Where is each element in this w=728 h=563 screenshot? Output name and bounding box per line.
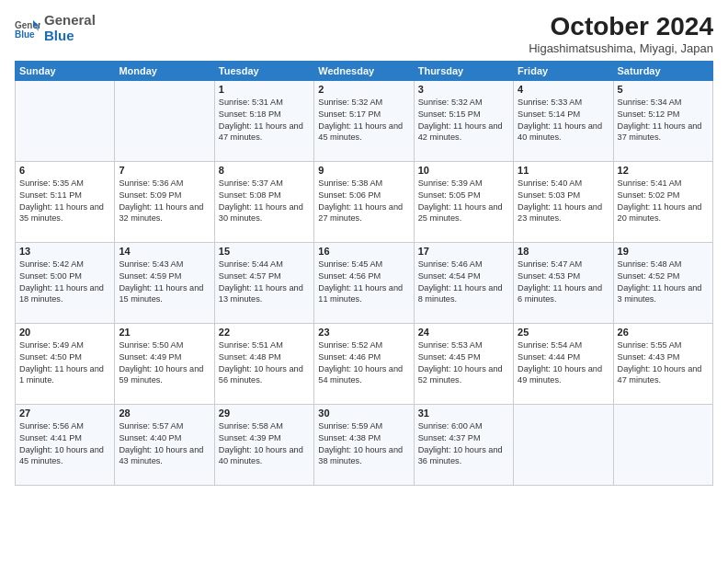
cell-info: Sunrise: 5:48 AMSunset: 4:52 PMDaylight:…: [618, 259, 709, 306]
cell-info: Sunrise: 5:43 AMSunset: 4:59 PMDaylight:…: [119, 259, 210, 306]
header-row: SundayMondayTuesdayWednesdayThursdayFrid…: [16, 61, 713, 80]
day-number: 31: [418, 408, 509, 419]
weekday-header: Saturday: [613, 61, 712, 80]
calendar-cell: 28Sunrise: 5:57 AMSunset: 4:40 PMDayligh…: [115, 404, 214, 485]
calendar-cell: 23Sunrise: 5:52 AMSunset: 4:46 PMDayligh…: [314, 323, 414, 404]
calendar-cell: 31Sunrise: 6:00 AMSunset: 4:37 PMDayligh…: [414, 404, 513, 485]
week-row: 1Sunrise: 5:31 AMSunset: 5:18 PMDaylight…: [16, 80, 713, 161]
day-number: 6: [19, 165, 110, 176]
cell-info: Sunrise: 5:57 AMSunset: 4:40 PMDaylight:…: [119, 420, 210, 468]
day-number: 7: [119, 165, 210, 176]
day-number: 20: [19, 327, 110, 338]
day-number: 27: [19, 408, 110, 419]
calendar-cell: 18Sunrise: 5:47 AMSunset: 4:53 PMDayligh…: [514, 242, 613, 323]
svg-text:Blue: Blue: [15, 29, 35, 39]
cell-info: Sunrise: 5:51 AMSunset: 4:48 PMDaylight:…: [219, 339, 310, 387]
cell-info: Sunrise: 5:40 AMSunset: 5:03 PMDaylight:…: [518, 178, 609, 225]
cell-info: Sunrise: 5:39 AMSunset: 5:05 PMDaylight:…: [418, 178, 509, 225]
calendar-cell: 26Sunrise: 5:55 AMSunset: 4:43 PMDayligh…: [613, 323, 712, 404]
day-number: 21: [119, 327, 210, 338]
logo-general-text: General: [44, 12, 96, 28]
calendar-cell: 25Sunrise: 5:54 AMSunset: 4:44 PMDayligh…: [514, 323, 613, 404]
calendar-page: General Blue General Blue October 2024 H…: [0, 0, 728, 563]
cell-info: Sunrise: 5:49 AMSunset: 4:50 PMDaylight:…: [19, 339, 110, 387]
calendar-cell: 6Sunrise: 5:35 AMSunset: 5:11 PMDaylight…: [16, 161, 115, 242]
calendar-cell: 19Sunrise: 5:48 AMSunset: 4:52 PMDayligh…: [613, 242, 712, 323]
calendar-cell: 12Sunrise: 5:41 AMSunset: 5:02 PMDayligh…: [613, 161, 712, 242]
day-number: 12: [618, 165, 709, 176]
day-number: 25: [518, 327, 609, 338]
day-number: 11: [518, 165, 609, 176]
logo-blue-text: Blue: [44, 28, 74, 43]
day-number: 10: [418, 165, 509, 176]
day-number: 19: [618, 246, 709, 257]
calendar-cell: 14Sunrise: 5:43 AMSunset: 4:59 PMDayligh…: [115, 242, 214, 323]
day-number: 17: [418, 246, 509, 257]
cell-info: Sunrise: 5:52 AMSunset: 4:46 PMDaylight:…: [318, 339, 409, 387]
weekday-header: Monday: [115, 61, 214, 80]
day-number: 22: [219, 327, 310, 338]
calendar-cell: [16, 80, 115, 161]
calendar-cell: 16Sunrise: 5:45 AMSunset: 4:56 PMDayligh…: [314, 242, 414, 323]
logo: General Blue General Blue: [15, 13, 96, 43]
calendar-cell: 9Sunrise: 5:38 AMSunset: 5:06 PMDaylight…: [314, 161, 414, 242]
calendar-cell: 20Sunrise: 5:49 AMSunset: 4:50 PMDayligh…: [16, 323, 115, 404]
logo-icon: General Blue: [15, 18, 40, 39]
day-number: 18: [518, 246, 609, 257]
calendar-cell: 5Sunrise: 5:34 AMSunset: 5:12 PMDaylight…: [613, 80, 712, 161]
cell-info: Sunrise: 5:45 AMSunset: 4:56 PMDaylight:…: [318, 259, 409, 306]
day-number: 1: [219, 84, 310, 95]
day-number: 13: [19, 246, 110, 257]
cell-info: Sunrise: 5:59 AMSunset: 4:38 PMDaylight:…: [318, 420, 409, 468]
week-row: 27Sunrise: 5:56 AMSunset: 4:41 PMDayligh…: [16, 404, 713, 485]
calendar-cell: 24Sunrise: 5:53 AMSunset: 4:45 PMDayligh…: [414, 323, 513, 404]
cell-info: Sunrise: 5:38 AMSunset: 5:06 PMDaylight:…: [318, 178, 409, 225]
cell-info: Sunrise: 5:44 AMSunset: 4:57 PMDaylight:…: [219, 259, 310, 306]
calendar-cell: 29Sunrise: 5:58 AMSunset: 4:39 PMDayligh…: [214, 404, 313, 485]
calendar-cell: 10Sunrise: 5:39 AMSunset: 5:05 PMDayligh…: [414, 161, 513, 242]
cell-info: Sunrise: 5:34 AMSunset: 5:12 PMDaylight:…: [618, 97, 709, 144]
cell-info: Sunrise: 5:41 AMSunset: 5:02 PMDaylight:…: [618, 178, 709, 225]
calendar-cell: [115, 80, 214, 161]
calendar-cell: 1Sunrise: 5:31 AMSunset: 5:18 PMDaylight…: [214, 80, 313, 161]
day-number: 4: [518, 84, 609, 95]
weekday-header: Wednesday: [314, 61, 414, 80]
calendar-cell: 30Sunrise: 5:59 AMSunset: 4:38 PMDayligh…: [314, 404, 414, 485]
day-number: 26: [618, 327, 709, 338]
cell-info: Sunrise: 5:42 AMSunset: 5:00 PMDaylight:…: [19, 259, 110, 306]
day-number: 29: [219, 408, 310, 419]
day-number: 16: [318, 246, 409, 257]
cell-info: Sunrise: 5:55 AMSunset: 4:43 PMDaylight:…: [618, 339, 709, 387]
week-row: 13Sunrise: 5:42 AMSunset: 5:00 PMDayligh…: [16, 242, 713, 323]
weekday-header: Thursday: [414, 61, 513, 80]
weekday-header: Tuesday: [214, 61, 313, 80]
calendar-table: SundayMondayTuesdayWednesdayThursdayFrid…: [15, 61, 713, 486]
day-number: 14: [119, 246, 210, 257]
day-number: 30: [318, 408, 409, 419]
cell-info: Sunrise: 5:56 AMSunset: 4:41 PMDaylight:…: [19, 420, 110, 468]
calendar-cell: 17Sunrise: 5:46 AMSunset: 4:54 PMDayligh…: [414, 242, 513, 323]
cell-info: Sunrise: 5:37 AMSunset: 5:08 PMDaylight:…: [219, 178, 310, 225]
calendar-cell: [613, 404, 712, 485]
day-number: 15: [219, 246, 310, 257]
calendar-cell: 13Sunrise: 5:42 AMSunset: 5:00 PMDayligh…: [16, 242, 115, 323]
cell-info: Sunrise: 5:35 AMSunset: 5:11 PMDaylight:…: [19, 178, 110, 225]
calendar-cell: 8Sunrise: 5:37 AMSunset: 5:08 PMDaylight…: [214, 161, 313, 242]
calendar-cell: 22Sunrise: 5:51 AMSunset: 4:48 PMDayligh…: [214, 323, 313, 404]
cell-info: Sunrise: 5:36 AMSunset: 5:09 PMDaylight:…: [119, 178, 210, 225]
cell-info: Sunrise: 5:50 AMSunset: 4:49 PMDaylight:…: [119, 339, 210, 387]
weekday-header: Friday: [514, 61, 613, 80]
day-number: 24: [418, 327, 509, 338]
cell-info: Sunrise: 6:00 AMSunset: 4:37 PMDaylight:…: [418, 420, 509, 468]
location: Higashimatsushima, Miyagi, Japan: [529, 41, 713, 55]
calendar-cell: 3Sunrise: 5:32 AMSunset: 5:15 PMDaylight…: [414, 80, 513, 161]
cell-info: Sunrise: 5:47 AMSunset: 4:53 PMDaylight:…: [518, 259, 609, 306]
cell-info: Sunrise: 5:54 AMSunset: 4:44 PMDaylight:…: [518, 339, 609, 387]
cell-info: Sunrise: 5:31 AMSunset: 5:18 PMDaylight:…: [219, 97, 310, 144]
cell-info: Sunrise: 5:32 AMSunset: 5:17 PMDaylight:…: [318, 97, 409, 144]
day-number: 23: [318, 327, 409, 338]
title-block: October 2024 Higashimatsushima, Miyagi, …: [529, 13, 713, 55]
day-number: 28: [119, 408, 210, 419]
cell-info: Sunrise: 5:32 AMSunset: 5:15 PMDaylight:…: [418, 97, 509, 144]
cell-info: Sunrise: 5:46 AMSunset: 4:54 PMDaylight:…: [418, 259, 509, 306]
